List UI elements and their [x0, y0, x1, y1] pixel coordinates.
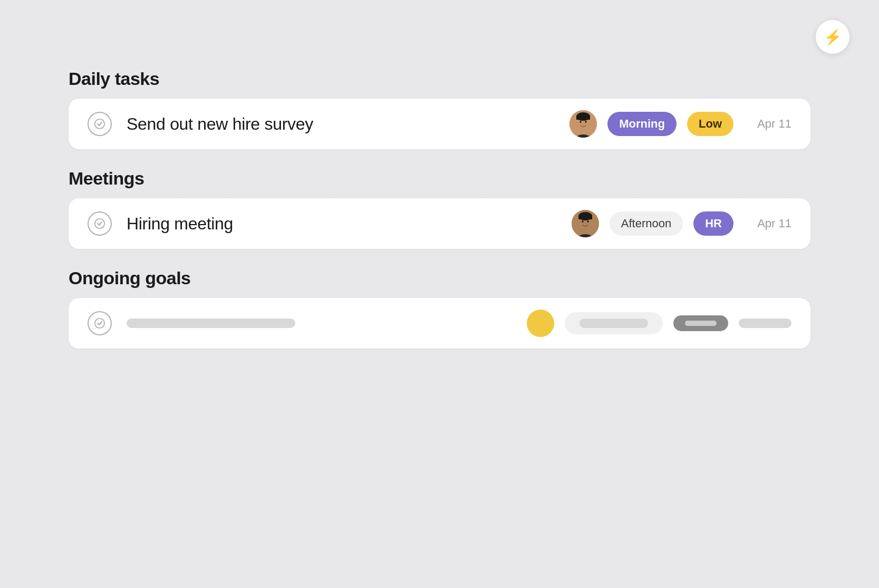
svg-rect-5 — [576, 115, 590, 120]
svg-point-6 — [580, 121, 582, 123]
svg-rect-13 — [578, 215, 592, 219]
lightning-icon: ⚡ — [824, 28, 842, 46]
avatar-placeholder — [527, 310, 554, 337]
time-badge: Afternoon — [610, 211, 683, 236]
svg-point-15 — [587, 220, 588, 223]
ongoing-goals-section: Ongoing goals — [69, 268, 810, 349]
goal-title-placeholder — [127, 319, 295, 328]
daily-tasks-section: Daily tasks Send out new hire survey — [69, 69, 810, 149]
meetings-title: Meetings — [69, 168, 810, 189]
task-date: Apr 11 — [744, 117, 791, 131]
goals-card[interactable] — [69, 298, 810, 349]
meeting-title: Hiring meeting — [127, 214, 572, 234]
placeholder-inner — [579, 319, 648, 328]
main-content: Daily tasks Send out new hire survey — [69, 69, 810, 368]
goal-check-icon[interactable] — [88, 311, 112, 335]
placeholder-inner — [685, 321, 717, 326]
meeting-meta: Afternoon HR Apr 11 — [572, 210, 791, 237]
meeting-date: Apr 11 — [744, 217, 791, 230]
ongoing-goals-title: Ongoing goals — [69, 268, 810, 288]
task-check-icon[interactable] — [88, 112, 112, 136]
meetings-section: Meetings Hiring meeting — [69, 168, 810, 249]
task-title: Send out new hire survey — [127, 114, 569, 134]
meeting-card-hiring[interactable]: Hiring meeting Afternoon — [69, 198, 810, 249]
task-meta: Morning Low Apr 11 — [569, 110, 791, 138]
category-badge: HR — [693, 211, 733, 236]
goal-date-placeholder — [739, 319, 791, 328]
task-card-send-survey[interactable]: Send out new hire survey — [69, 99, 810, 149]
svg-point-14 — [582, 220, 583, 223]
svg-point-7 — [585, 121, 587, 123]
priority-badge: Low — [687, 112, 733, 136]
goal-meta — [527, 310, 791, 337]
flash-button[interactable]: ⚡ — [816, 20, 849, 54]
meeting-check-icon[interactable] — [88, 211, 112, 236]
goal-time-placeholder — [565, 312, 663, 334]
daily-tasks-title: Daily tasks — [69, 69, 810, 89]
goal-category-placeholder — [673, 315, 728, 331]
avatar — [572, 210, 599, 237]
avatar — [569, 110, 597, 138]
time-badge: Morning — [607, 112, 677, 136]
